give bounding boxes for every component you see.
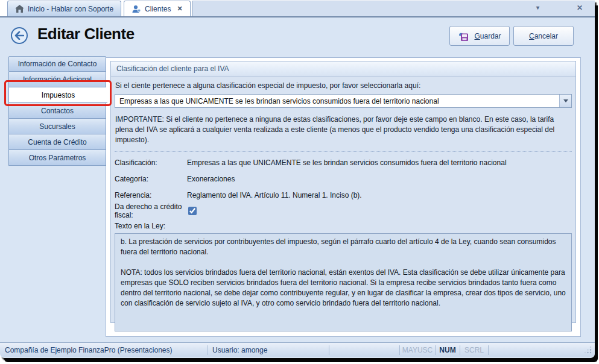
iva-classification-groupbox: Clasificación del cliente para el IVA Si… [110, 61, 576, 323]
groupbox-title: Clasificación del cliente para el IVA [111, 61, 575, 77]
status-separator [329, 345, 329, 355]
back-arrow-icon [14, 31, 24, 40]
classification-select-value: Empresas a las que UNICAMENTE se les bri… [115, 97, 559, 105]
status-key-scrl: SCRL [460, 346, 488, 354]
window-close-icon[interactable]: ✕ [577, 4, 583, 12]
sidebar-tabs: Información de Contacto Información Adic… [8, 56, 106, 166]
status-key-mayusc: MAYUSC [400, 346, 435, 354]
tab-close-icon[interactable]: ✕ [177, 5, 182, 13]
save-icon [458, 31, 470, 42]
dotted-separator [115, 151, 572, 152]
tab-strip-filler [192, 1, 595, 16]
classification-select[interactable]: Empresas a las que UNICAMENTE se les bri… [115, 94, 572, 108]
field-row-clasificacion: Clasificación: Empresas a las que UNICAM… [115, 157, 572, 168]
law-textbox[interactable]: b. La prestación de servicios por contri… [115, 233, 572, 331]
sidebar-item-cuenta-de-credito[interactable]: Cuenta de Crédito [8, 134, 106, 150]
clients-icon [132, 5, 141, 13]
tab-clientes[interactable]: Clientes ✕ [124, 1, 191, 16]
cancel-button-label: Cancelar [529, 32, 558, 40]
status-user: Usuario: amonge [208, 346, 329, 354]
content-panel: Clasificación del cliente para el IVA Si… [106, 57, 581, 337]
field-value: Empresas a las que UNICAMENTE se les bri… [187, 158, 507, 167]
status-bar: Compañía de Ejemplo FinanzaPro (Presenta… [0, 342, 595, 357]
resize-grip[interactable] [584, 346, 592, 354]
field-label: Clasificación: [115, 158, 187, 167]
law-paragraph-2: NOTA: todos los servicios brindados fuer… [121, 268, 566, 309]
field-value: Exoneraciones [187, 175, 235, 183]
law-paragraph-1: b. La prestación de servicios por contri… [121, 237, 566, 257]
groupbox-body: Si el ciente pertenece a alguna clasific… [111, 77, 575, 331]
status-key-num: NUM [436, 346, 460, 354]
sidebar-item-impuestos[interactable]: Impuestos [8, 87, 107, 103]
field-label: Referencia: [115, 191, 187, 199]
sidebar-item-sucursales[interactable]: Sucursales [8, 119, 106, 134]
save-button[interactable]: Guardar [449, 26, 510, 46]
tab-inicio[interactable]: Inicio - Hablar con Soporte [7, 1, 121, 16]
sidebar-item-contactos[interactable]: Contactos [8, 103, 106, 119]
home-icon [15, 5, 24, 13]
save-button-label: Guardar [474, 32, 501, 40]
field-row-referencia: Referencia: Reglamento del IVA. Artículo… [115, 190, 572, 201]
field-row-categoria: Categoría: Exoneraciones [115, 174, 572, 184]
back-button[interactable] [11, 27, 28, 44]
important-note: IMPORTANTE: Si el cliente no pertenece a… [115, 115, 572, 145]
sidebar-item-otros-parametros[interactable]: Otros Parámetros [8, 150, 106, 166]
classification-prompt: Si el ciente pertenece a alguna clasific… [115, 81, 572, 90]
chevron-down-icon [563, 99, 568, 102]
status-company: Compañía de Ejemplo FinanzaPro (Presenta… [0, 346, 208, 354]
law-text-label: Texto en la Ley: [115, 222, 572, 230]
checkbox-label: Da derecho a crédito fiscal: [115, 202, 187, 219]
combo-dropdown-button[interactable] [559, 95, 571, 107]
field-value: Reglamento del IVA. Artículo 11. Numeral… [187, 191, 362, 199]
app-window: Inicio - Hablar con Soporte Clientes ✕ ▾… [0, 0, 595, 358]
tab-inicio-label: Inicio - Hablar con Soporte [28, 5, 113, 13]
credit-checkbox[interactable] [188, 207, 197, 215]
tab-clientes-label: Clientes [145, 5, 171, 13]
field-label: Categoría: [115, 175, 187, 183]
sidebar-item-informacion-adicional[interactable]: Información Adicional [8, 72, 106, 87]
page-header: Editar Cliente Guardar Cancelar [0, 19, 595, 56]
sidebar-item-informacion-de-contacto[interactable]: Información de Contacto [8, 56, 106, 72]
status-separator [488, 345, 489, 355]
field-row-credito-fiscal: Da derecho a crédito fiscal: [115, 206, 572, 216]
chevron-down-icon[interactable]: ▾ [536, 4, 539, 12]
page-title: Editar Cliente [37, 25, 135, 43]
cancel-button[interactable]: Cancelar [513, 26, 574, 46]
document-tab-strip: Inicio - Hablar con Soporte Clientes ✕ ▾… [0, 0, 595, 17]
